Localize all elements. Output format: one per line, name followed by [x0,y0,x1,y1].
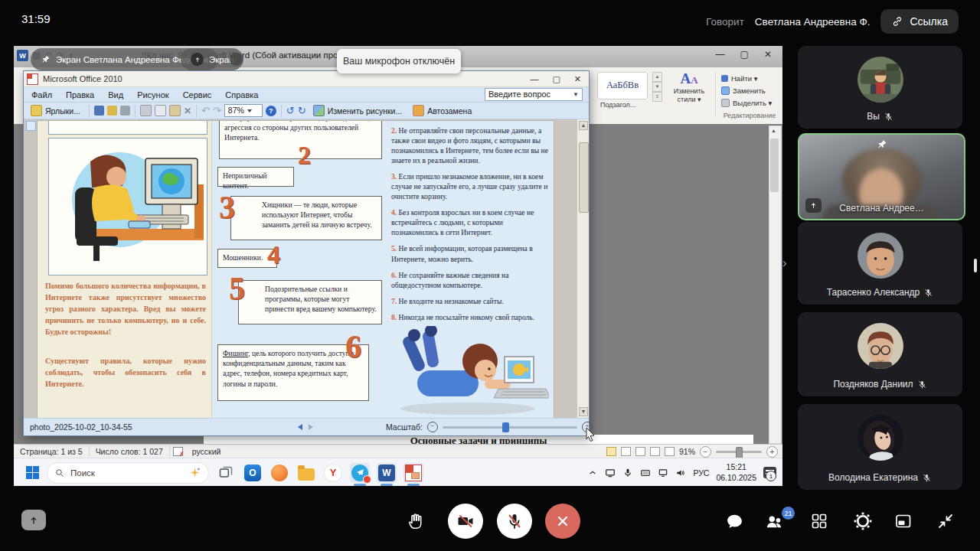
menu-help[interactable]: Справка [225,90,258,99]
menu-edit[interactable]: Правка [66,90,94,99]
pm-zoom-slider-thumb[interactable] [502,422,509,432]
find-button[interactable]: Найти ▾ [721,72,781,84]
word-maximize-button[interactable]: ▢ [740,49,749,60]
style-gallery-item[interactable]: АаБбВв [597,72,648,99]
view-outline-icon[interactable] [650,447,660,456]
notification-center-button[interactable]: 1 [763,467,776,478]
menu-picture[interactable]: Рисунок [137,90,169,99]
tray-expand-icon[interactable] [587,468,598,478]
sidebar-collapse-chevron-icon[interactable]: › [782,256,787,271]
copy-icon[interactable] [155,105,166,116]
mail-icon[interactable] [107,106,117,116]
picture-manager-app-button[interactable] [403,463,423,483]
view-fullscreen-icon[interactable] [621,447,631,456]
photo-nav-arrows[interactable] [298,424,313,430]
style-gallery-more-icon[interactable]: ≡ [652,92,662,102]
undo-icon[interactable]: ↶ [201,105,210,116]
end-call-button[interactable] [545,504,580,539]
zoom-in-icon[interactable]: + [766,446,778,458]
participant-tile[interactable]: Тарасенко Александр [798,222,962,305]
collapse-window-button[interactable] [933,508,959,534]
volume-icon[interactable] [675,468,686,478]
settings-button[interactable] [850,508,876,534]
participant-tile[interactable]: Володина Екатерина [798,404,962,490]
chat-button[interactable] [721,508,747,534]
keyboard-language[interactable]: РУС [693,468,709,478]
cut-icon[interactable] [140,105,152,116]
yandex-app-button[interactable]: Y [323,463,343,483]
view-web-icon[interactable] [635,447,645,456]
taskbar-clock[interactable]: 15:21 06.10.2025 [716,462,756,483]
spellcheck-icon[interactable] [173,447,183,456]
help-icon[interactable]: ? [266,106,276,116]
browser-app-button[interactable] [270,463,289,483]
pm-scrollbar-thumb[interactable] [579,142,589,213]
tray-mic-icon[interactable] [622,468,633,478]
menu-tools[interactable]: Сервис [183,90,212,99]
outlook-app-button[interactable]: O [243,463,263,483]
change-styles-button[interactable]: АА Изменить стили ▾ [668,70,710,104]
camera-toggle-button[interactable] [448,504,483,539]
zoom-out-icon[interactable]: − [427,422,438,432]
word-vertical-scrollbar[interactable]: ▲ [769,126,782,444]
edit-pictures-button[interactable]: Изменить рисунки... [309,103,407,118]
style-scroll-up-icon[interactable]: ▲ [652,72,662,82]
pm-zoom-slider[interactable] [443,426,577,429]
sidebar-scrollbar[interactable] [974,259,977,272]
word-minimize-button[interactable]: — [716,49,725,60]
view-print-layout-icon[interactable] [606,447,616,456]
save-icon[interactable] [94,106,104,116]
status-language[interactable]: русский [186,446,227,457]
replace-button[interactable]: Заменить [721,84,781,96]
word-scrollbar-thumb[interactable] [770,139,779,192]
pm-vertical-scrollbar[interactable]: ▲ ▼ [577,119,589,418]
view-draft-icon[interactable] [665,447,675,456]
status-word-count[interactable]: Число слов: 1 027 [90,446,170,457]
explorer-app-button[interactable] [296,463,316,483]
help-question-box[interactable]: Введите вопрос▼ [485,88,583,101]
shortcuts-button[interactable]: Ярлыки... [27,103,84,118]
menu-file[interactable]: Файл [31,90,52,99]
style-gallery-scroll[interactable]: ▲ ▼ ≡ [652,72,662,102]
word-zoom-slider-thumb[interactable] [736,447,743,458]
menu-view[interactable]: Вид [108,90,123,99]
rotate-right-icon[interactable]: ↻ [298,105,306,116]
pm-titlebar[interactable]: Microsoft Office 2010 — ▢ ✕ [24,71,589,87]
pm-scroll-down-icon[interactable]: ▼ [579,407,588,416]
grid-view-button[interactable] [806,508,832,534]
rotate-left-icon[interactable]: ↺ [286,105,295,116]
participant-tile-you[interactable]: Вы [798,46,962,129]
input-indicator-icon[interactable] [640,468,651,478]
redo-icon[interactable]: ↷ [213,105,221,116]
cast-icon[interactable] [605,468,616,478]
pm-close-button[interactable]: ✕ [574,74,581,84]
screen-share-corner-button[interactable] [21,510,46,530]
autocorrect-button[interactable]: Автозамена [409,103,475,118]
style-scroll-down-icon[interactable]: ▼ [652,82,662,92]
word-zoom-slider[interactable] [716,451,762,453]
scroll-up-icon[interactable]: ▲ [771,128,776,133]
status-page-count[interactable]: Страница: 1 из 5 [14,446,90,457]
pm-zoom-combobox[interactable]: 87% [224,104,263,117]
raise-hand-button[interactable] [404,508,430,534]
participant-tile-speaker[interactable]: Светлана Андрее… [798,133,965,220]
pm-maximize-button[interactable]: ▢ [552,74,560,84]
print-icon[interactable] [120,106,130,116]
picture-in-picture-button[interactable] [890,508,916,534]
select-button[interactable]: Выделить ▾ [721,96,781,109]
task-view-button[interactable] [216,463,236,483]
next-photo-icon[interactable] [309,424,313,430]
word-close-button[interactable]: ✕ [764,49,772,60]
pm-minimize-button[interactable]: — [530,74,538,84]
word-zoom-value[interactable]: 91% [679,447,695,456]
taskbar-search[interactable]: Поиск [47,462,209,484]
paste-icon[interactable] [169,105,181,116]
previous-photo-icon[interactable] [298,424,302,430]
network-icon[interactable] [658,468,668,478]
pm-scroll-up-icon[interactable]: ▲ [579,121,588,130]
messenger-app-button[interactable] [350,463,370,483]
overlay-more-button[interactable] [230,53,243,66]
zoom-out-icon[interactable]: − [700,446,711,458]
copy-link-button[interactable]: Ссылка [880,9,959,34]
mic-toggle-button[interactable] [497,504,532,539]
